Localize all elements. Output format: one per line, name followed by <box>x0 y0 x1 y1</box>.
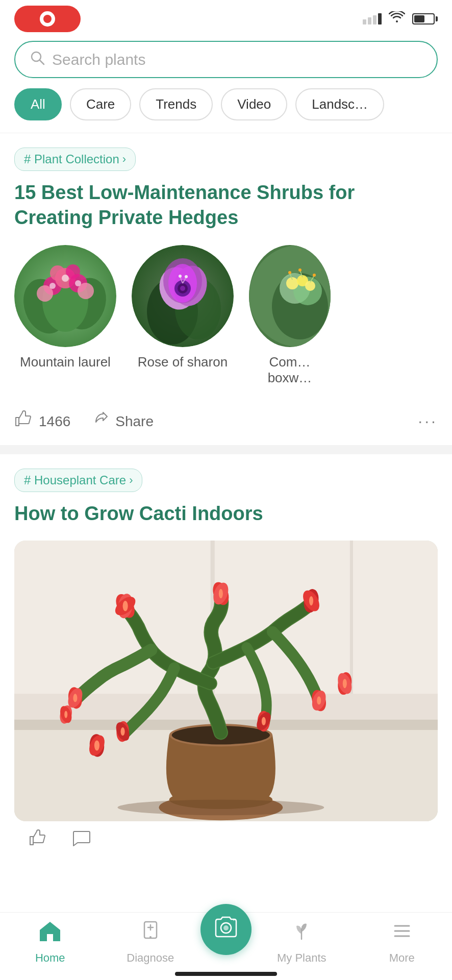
chevron-right-icon-1: › <box>122 153 126 166</box>
nav-label-diagnose: Diagnose <box>127 951 174 965</box>
share-icon-1 <box>91 410 109 433</box>
camera-button[interactable] <box>200 904 252 955</box>
plant-item-rose-sharon[interactable]: Rose of sharon <box>132 245 234 386</box>
like-icon-1 <box>14 410 33 433</box>
signal-bar-1 <box>363 19 366 24</box>
plant-name-boxwood: Com…boxw… <box>268 354 312 386</box>
section-separator <box>0 445 452 454</box>
share-label-1: Share <box>115 413 154 430</box>
filter-tab-landsc[interactable]: Landsc… <box>295 88 384 120</box>
plant-item-mountain-laurel[interactable]: Mountain laurel <box>14 245 116 386</box>
share-button-1[interactable]: Share <box>91 410 154 433</box>
svg-rect-44 <box>14 541 438 694</box>
more-options-1[interactable]: ··· <box>418 412 438 431</box>
more-icon <box>390 920 414 947</box>
svg-point-65 <box>73 694 77 702</box>
post-title-1: 15 Best Low-Maintenance Shrubs for Creat… <box>14 180 438 231</box>
svg-point-80 <box>94 741 99 751</box>
svg-point-84 <box>117 800 324 815</box>
record-button[interactable] <box>14 6 81 32</box>
post-actions-2 <box>14 821 438 856</box>
plant-circles: Mountain laurel <box>14 245 438 386</box>
plant-item-boxwood[interactable]: Com…boxw… <box>249 245 331 386</box>
signal-bar-4 <box>378 13 382 24</box>
category-tag-1[interactable]: # Plant Collection › <box>14 148 136 171</box>
svg-point-74 <box>262 717 266 725</box>
post-card-1: # Plant Collection › 15 Best Low-Mainten… <box>0 133 452 445</box>
filter-tab-video[interactable]: Video <box>221 88 287 120</box>
filter-tab-care[interactable]: Care <box>70 88 131 120</box>
status-bar <box>0 0 452 36</box>
svg-point-42 <box>313 274 316 277</box>
plant-circle-mountain-laurel <box>14 245 116 347</box>
category-tag-2[interactable]: # Houseplant Care › <box>14 469 142 492</box>
svg-point-14 <box>62 275 69 282</box>
signal-bar-3 <box>373 15 376 24</box>
record-dot <box>40 11 55 27</box>
nav-label-my-plants: My Plants <box>277 951 327 965</box>
svg-point-77 <box>64 711 67 718</box>
cactus-image <box>14 541 438 821</box>
search-bar[interactable]: Search plants <box>14 41 438 78</box>
search-container: Search plants <box>0 36 452 88</box>
battery-fill <box>414 15 424 22</box>
home-icon <box>38 920 62 947</box>
svg-point-29 <box>185 275 188 278</box>
nav-item-home[interactable]: Home <box>0 920 101 965</box>
bottom-nav: Home Diagnose <box>0 912 452 980</box>
comment-icon-2 <box>72 829 91 851</box>
filter-tab-trends[interactable]: Trends <box>139 88 213 120</box>
like-count-1: 1466 <box>39 413 70 430</box>
svg-rect-46 <box>350 541 353 694</box>
nav-item-diagnose[interactable]: Diagnose <box>101 920 201 965</box>
svg-point-83 <box>343 679 347 688</box>
nav-label-more: More <box>389 951 415 965</box>
signal-bars <box>363 13 382 24</box>
plant-circle-rose-sharon <box>132 245 234 347</box>
svg-point-25 <box>180 286 185 291</box>
filter-tab-all[interactable]: All <box>14 88 62 120</box>
svg-line-1 <box>40 60 44 64</box>
nav-label-home: Home <box>35 951 65 965</box>
category-tag-text-2: # Houseplant Care <box>24 473 126 487</box>
svg-point-15 <box>75 280 81 286</box>
like-button-2[interactable] <box>29 829 47 851</box>
camera-icon <box>213 915 239 944</box>
plant-name-rose-sharon: Rose of sharon <box>138 354 228 370</box>
search-icon <box>30 50 45 69</box>
home-indicator <box>175 972 277 976</box>
svg-point-62 <box>309 596 313 605</box>
status-right <box>363 11 438 27</box>
svg-point-13 <box>49 283 56 289</box>
post-card-2: # Houseplant Care › How to Grow Cacti In… <box>0 454 452 856</box>
filter-tabs: All Care Trends Video Landsc… <box>0 88 452 133</box>
svg-point-59 <box>219 589 223 598</box>
svg-point-86 <box>149 936 152 938</box>
svg-point-71 <box>317 697 321 705</box>
svg-point-56 <box>123 601 128 611</box>
chevron-right-icon-2: › <box>129 474 133 487</box>
like-icon-2 <box>29 829 47 851</box>
category-tag-text-1: # Plant Collection <box>24 152 119 166</box>
battery-body <box>412 13 435 24</box>
signal-bar-2 <box>368 17 371 24</box>
plant-circle-boxwood <box>249 245 331 347</box>
wifi-icon <box>389 11 405 27</box>
nav-item-more[interactable]: More <box>352 920 453 965</box>
svg-point-89 <box>223 925 229 930</box>
my-plants-icon <box>289 920 314 947</box>
battery-tip <box>436 16 438 21</box>
plant-name-mountain-laurel: Mountain laurel <box>20 354 111 370</box>
nav-item-my-plants[interactable]: My Plants <box>252 920 352 965</box>
search-placeholder: Search plants <box>52 51 145 68</box>
svg-point-68 <box>121 727 125 736</box>
record-dot-inner <box>43 15 52 23</box>
comment-button-2[interactable] <box>72 829 91 851</box>
diagnose-icon <box>138 920 163 947</box>
like-button-1[interactable]: 1466 <box>14 410 70 433</box>
status-left <box>14 6 81 32</box>
post-actions-1: 1466 Share ··· <box>14 400 438 445</box>
post-title-2: How to Grow Cacti Indoors <box>14 501 438 526</box>
svg-point-40 <box>288 271 291 274</box>
svg-point-28 <box>179 275 182 278</box>
